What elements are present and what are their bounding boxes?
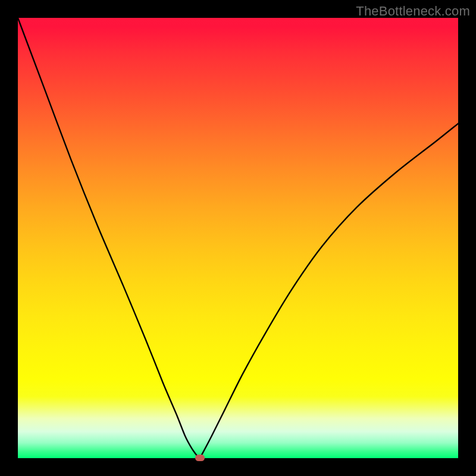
optimal-point-marker (195, 455, 205, 461)
bottleneck-curve (18, 18, 458, 458)
plot-area (18, 18, 458, 458)
watermark-text: TheBottleneck.com (356, 4, 470, 19)
chart-frame: TheBottleneck.com (0, 0, 476, 476)
